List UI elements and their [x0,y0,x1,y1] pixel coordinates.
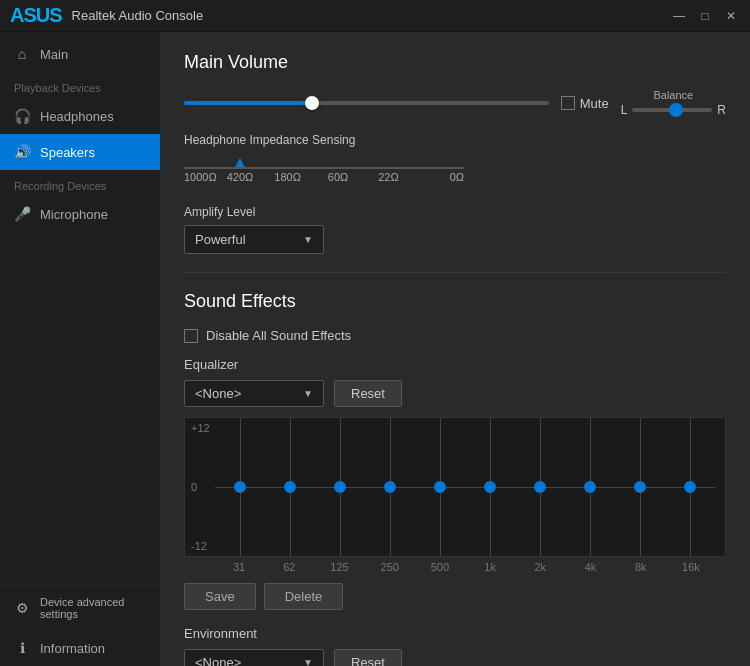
sidebar-item-speakers[interactable]: 🔊 Speakers [0,134,160,170]
equalizer-delete-button[interactable]: Delete [264,583,344,610]
eq-freq-1k: 1k [465,561,515,573]
impedance-marker-1: 420Ω [227,171,254,183]
speaker-icon: 🔊 [14,144,30,160]
info-icon: ℹ [14,640,30,656]
balance-slider[interactable] [632,108,712,112]
eq-dropdown-arrow: ▼ [303,388,313,399]
env-dropdown-arrow: ▼ [303,657,313,666]
environment-reset-button[interactable]: Reset [334,649,402,666]
eq-frequency-labels: 31 62 125 250 500 1k 2k 4k 8k 16k [214,561,716,573]
amplify-dropdown-arrow: ▼ [303,234,313,245]
eq-y-top-label: +12 [191,422,210,434]
amplify-value: Powerful [195,232,246,247]
impedance-marker-4: 22Ω [378,171,398,183]
eq-bar-8k[interactable] [615,418,665,556]
disable-sound-effects-row: Disable All Sound Effects [184,328,726,343]
sound-effects-title: Sound Effects [184,291,726,312]
minimize-button[interactable]: — [670,7,688,25]
eq-action-row: Save Delete [184,583,726,610]
eq-y-bot-label: -12 [191,540,207,552]
equalizer-row: <None> ▼ Reset [184,380,726,407]
balance-label: Balance [653,89,693,101]
eq-bar-250[interactable] [365,418,415,556]
home-icon: ⌂ [14,46,30,62]
equalizer-reset-button[interactable]: Reset [334,380,402,407]
sidebar-item-info[interactable]: ℹ Information [0,630,160,666]
balance-section: Balance L R [621,89,726,117]
divider-1 [184,272,726,273]
recording-section-label: Recording Devices [0,170,160,196]
equalizer-value: <None> [195,386,241,401]
mute-row: Mute [561,96,609,111]
environment-row: <None> ▼ Reset [184,649,726,666]
eq-bar-4k[interactable] [565,418,615,556]
sidebar-item-microphone[interactable]: 🎤 Microphone [0,196,160,232]
eq-freq-16k: 16k [666,561,716,573]
environment-value: <None> [195,655,241,666]
impedance-arrow: ▲ [232,153,248,170]
balance-left-label: L [621,103,628,117]
impedance-label: Headphone Impedance Sensing [184,133,726,147]
mute-checkbox[interactable] [561,96,575,110]
eq-freq-125: 125 [314,561,364,573]
impedance-section: ▲ 1000Ω 420Ω 180Ω 60Ω 22Ω 0Ω [184,153,464,183]
balance-right-label: R [717,103,726,117]
environment-dropdown[interactable]: <None> ▼ [184,649,324,666]
sidebar-main-label: Main [40,47,68,62]
impedance-marker-0: 1000Ω [184,171,217,183]
volume-slider[interactable] [184,101,549,105]
asus-logo: ASUS [10,4,62,27]
sidebar-item-settings[interactable]: ⚙ Device advanced settings [0,586,160,630]
eq-freq-8k: 8k [616,561,666,573]
amplify-dropdown[interactable]: Powerful ▼ [184,225,324,254]
sidebar: ⌂ Main Playback Devices 🎧 Headphones 🔊 S… [0,32,160,666]
balance-slider-row: L R [621,103,726,117]
app-body: ⌂ Main Playback Devices 🎧 Headphones 🔊 S… [0,32,750,666]
eq-freq-4k: 4k [565,561,615,573]
environment-label: Environment [184,626,726,641]
speakers-label: Speakers [40,145,95,160]
window-controls: — □ ✕ [670,7,740,25]
impedance-marker-2: 180Ω [274,171,301,183]
mute-label: Mute [580,96,609,111]
eq-freq-250: 250 [365,561,415,573]
microphone-icon: 🎤 [14,206,30,222]
eq-bar-31[interactable] [215,418,265,556]
eq-bar-16k[interactable] [665,418,715,556]
disable-sound-effects-checkbox[interactable] [184,329,198,343]
impedance-marker-3: 60Ω [328,171,348,183]
eq-freq-31: 31 [214,561,264,573]
eq-bar-125[interactable] [315,418,365,556]
sidebar-item-main[interactable]: ⌂ Main [0,36,160,72]
eq-bar-500[interactable] [415,418,465,556]
info-label: Information [40,641,105,656]
maximize-button[interactable]: □ [696,7,714,25]
eq-freq-500: 500 [415,561,465,573]
playback-section-label: Playback Devices [0,72,160,98]
eq-y-mid-label: 0 [191,481,197,493]
equalizer-graph[interactable]: +12 0 -12 [184,417,726,557]
sidebar-item-headphones[interactable]: 🎧 Headphones [0,98,160,134]
eq-bar-1k[interactable] [465,418,515,556]
content-area: Main Volume Mute Balance L R [160,32,750,666]
eq-freq-62: 62 [264,561,314,573]
equalizer-save-button[interactable]: Save [184,583,256,610]
headphones-icon: 🎧 [14,108,30,124]
settings-icon: ⚙ [14,600,30,616]
amplify-label: Amplify Level [184,205,726,219]
disable-sound-effects-label: Disable All Sound Effects [206,328,351,343]
eq-bar-2k[interactable] [515,418,565,556]
eq-bars-area [215,418,715,556]
settings-label: Device advanced settings [40,596,146,620]
microphone-label: Microphone [40,207,108,222]
app-title: Realtek Audio Console [72,8,204,23]
equalizer-dropdown[interactable]: <None> ▼ [184,380,324,407]
eq-freq-2k: 2k [515,561,565,573]
close-button[interactable]: ✕ [722,7,740,25]
eq-bar-62[interactable] [265,418,315,556]
titlebar: ASUS Realtek Audio Console — □ ✕ [0,0,750,32]
headphones-label: Headphones [40,109,114,124]
impedance-marker-5: 0Ω [450,171,464,183]
sidebar-bottom: ⚙ Device advanced settings ℹ Information [0,585,160,666]
equalizer-label: Equalizer [184,357,726,372]
